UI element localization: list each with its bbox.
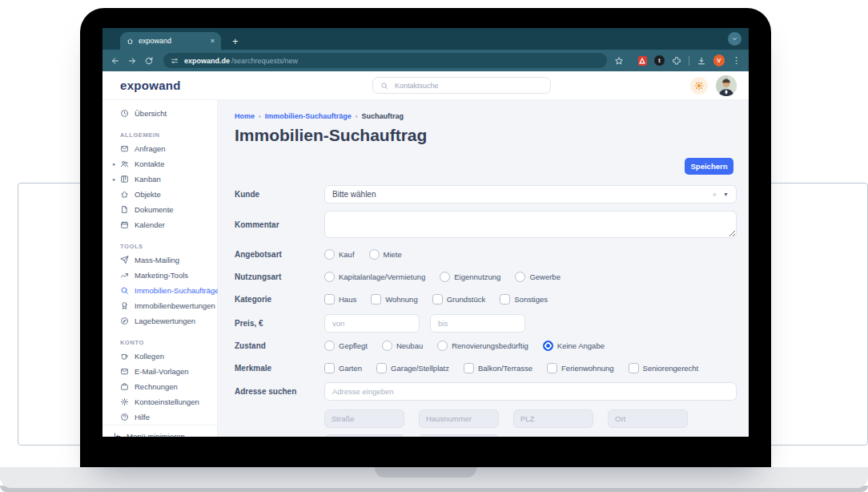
sidebar-item-label: Rechnungen — [135, 382, 178, 391]
sidebar-item-marketing-tools[interactable]: Marketing-Tools — [102, 268, 217, 283]
tab-strip-chevron-button[interactable] — [728, 32, 741, 46]
sidebar-item-label: Kalender — [135, 220, 165, 229]
breadcrumb-home-link[interactable]: Home — [235, 112, 255, 121]
send-icon — [120, 256, 129, 264]
theme-toggle-button[interactable] — [690, 77, 708, 95]
checkbox-option-garten[interactable]: Garten — [324, 363, 362, 373]
preis-von-input[interactable] — [324, 314, 420, 333]
contact-search-box[interactable] — [372, 77, 551, 94]
browser-tab[interactable]: expowand × — [120, 32, 221, 50]
sidebar-item-immobilien-suchauftraege[interactable]: Immobilien-Suchaufträge — [102, 283, 217, 298]
search-icon — [380, 82, 388, 90]
browser-tab-strip: expowand × + — [102, 28, 749, 50]
radio-option-gepflegt[interactable]: Gepflegt — [324, 341, 368, 351]
sidebar-item-email-vorlagen[interactable]: E-Mail-Vorlagen — [102, 364, 217, 379]
select-caret-icon[interactable]: ▼ — [723, 192, 729, 197]
mug-icon — [120, 352, 129, 361]
sidebar-item-kontoeinstellungen[interactable]: Kontoeinstellungen — [102, 394, 217, 409]
breadcrumb-separator-icon: › — [259, 112, 261, 121]
checkbox-icon — [376, 363, 387, 373]
sidebar-item-uebersicht[interactable]: Übersicht — [102, 106, 217, 121]
sidebar-item-mass-mailing[interactable]: Mass-Mailing — [102, 252, 217, 268]
expand-caret-icon[interactable]: ▸ — [113, 176, 115, 183]
form-row-adresse-felder-2 — [235, 434, 737, 437]
sidebar-item-kontakte[interactable]: ▸ Kontakte — [102, 156, 217, 171]
kunde-select[interactable]: Bitte wählen × ▼ — [324, 185, 737, 204]
checkbox-option-sonstiges[interactable]: Sonstiges — [500, 294, 548, 304]
user-avatar[interactable] — [716, 75, 737, 96]
sidebar-section-tools: TOOLS — [102, 232, 217, 252]
checkbox-option-wohnung[interactable]: Wohnung — [371, 294, 418, 304]
trend-icon — [120, 271, 129, 280]
sidebar-item-immobilienbewertungen[interactable]: Immobilienbewertungen — [102, 298, 217, 313]
radio-option-kapitalanlage[interactable]: Kapitalanlage/Vermietung — [324, 272, 425, 282]
sidebar-item-kalender[interactable]: Kalender — [102, 217, 217, 232]
sidebar-item-label: Anfragen — [135, 144, 166, 153]
expand-caret-icon[interactable]: ▸ — [113, 161, 115, 167]
envelope-icon — [120, 367, 129, 376]
breadcrumb: Home › Immobilien-Suchaufträge › Suchauf… — [235, 112, 737, 121]
kommentar-textarea[interactable] — [324, 211, 737, 238]
contact-search-input[interactable] — [393, 81, 543, 91]
sidebar-item-lagebewertungen[interactable]: Lagebewertungen — [102, 313, 217, 329]
checkbox-option-grundstueck[interactable]: Grundstück — [432, 294, 486, 304]
new-tab-icon[interactable]: + — [232, 36, 239, 46]
checkbox-option-haus[interactable]: Haus — [324, 294, 356, 304]
adresse-input[interactable] — [324, 382, 737, 401]
radio-option-renovierungsbeduerftig[interactable]: Renovierungsbedürftig — [437, 341, 528, 351]
avatar-photo — [716, 75, 737, 96]
preis-bis-input[interactable] — [430, 314, 525, 333]
chevron-down-icon — [731, 35, 738, 42]
document-icon — [120, 205, 129, 214]
address-bar[interactable]: expowand.de/searchrequests/new — [163, 53, 607, 68]
kommentar-label: Kommentar — [235, 220, 324, 229]
reload-button[interactable] — [144, 56, 154, 66]
radio-option-kauf[interactable]: Kauf — [324, 249, 355, 260]
expowand-app: expowand — [102, 71, 749, 437]
downloads-button[interactable] — [697, 56, 706, 66]
sidebar-item-label: E-Mail-Vorlagen — [135, 367, 189, 376]
checkbox-option-balkon[interactable]: Balkon/Terrasse — [464, 363, 532, 373]
back-icon — [111, 56, 120, 66]
sidebar-item-rechnungen[interactable]: Rechnungen — [102, 379, 217, 394]
award-icon — [120, 301, 129, 310]
radio-option-neubau[interactable]: Neubau — [382, 341, 423, 351]
sidebar-item-kanban[interactable]: ▸ Kanban — [102, 171, 217, 187]
browser-profile-button[interactable]: V — [713, 54, 725, 67]
radio-option-eigennutzung[interactable]: Eigennutzung — [440, 272, 500, 282]
extensions-button[interactable] — [672, 56, 681, 66]
sidebar-item-label: Marketing-Tools — [135, 271, 188, 280]
sidebar-item-objekte[interactable]: Objekte — [102, 187, 217, 202]
forward-button[interactable] — [127, 56, 137, 66]
option-label: Garage/Stellplatz — [391, 364, 449, 373]
option-label: Garten — [339, 364, 362, 373]
checkbox-option-ferienwohnung[interactable]: Ferienwohnung — [547, 363, 614, 373]
checkbox-option-seniorengerecht[interactable]: Seniorengerecht — [629, 363, 699, 373]
radio-option-keine-angabe[interactable]: Keine Angabe — [543, 341, 605, 351]
dark-extension-button[interactable]: t — [654, 55, 664, 66]
sidebar-item-anfragen[interactable]: Anfragen — [102, 141, 217, 156]
save-button[interactable]: Speichern — [685, 158, 733, 175]
sidebar-item-hilfe[interactable]: Hilfe — [102, 409, 217, 425]
tab-close-icon[interactable]: × — [211, 38, 215, 45]
toolbar-divider — [689, 56, 689, 66]
select-clear-icon[interactable]: × — [713, 191, 717, 199]
app-logo[interactable]: expowand — [120, 79, 181, 92]
radio-option-gewerbe[interactable]: Gewerbe — [515, 272, 561, 282]
radio-option-miete[interactable]: Miete — [369, 249, 402, 260]
pdf-extension-button[interactable] — [638, 56, 648, 66]
sidebar-collapse-button[interactable]: Menü minimieren — [102, 425, 217, 437]
adresse-label: Adresse suchen — [235, 387, 324, 396]
bookmark-star-button[interactable] — [614, 56, 624, 66]
checkbox-option-garage[interactable]: Garage/Stellplatz — [376, 363, 449, 373]
sidebar-item-dokumente[interactable]: Dokumente — [102, 202, 217, 217]
breadcrumb-suchauftraege-link[interactable]: Immobilien-Suchaufträge — [265, 112, 352, 121]
sidebar-item-label: Immobilienbewertungen — [135, 301, 215, 310]
calendar-icon — [120, 220, 129, 229]
collapse-menu-icon — [113, 432, 122, 437]
kebab-menu-icon[interactable]: ⋮ — [732, 56, 741, 65]
star-icon — [614, 56, 624, 66]
back-button[interactable] — [111, 56, 120, 66]
sidebar-item-label: Objekte — [135, 190, 161, 199]
sidebar-item-kollegen[interactable]: Kollegen — [102, 349, 217, 364]
